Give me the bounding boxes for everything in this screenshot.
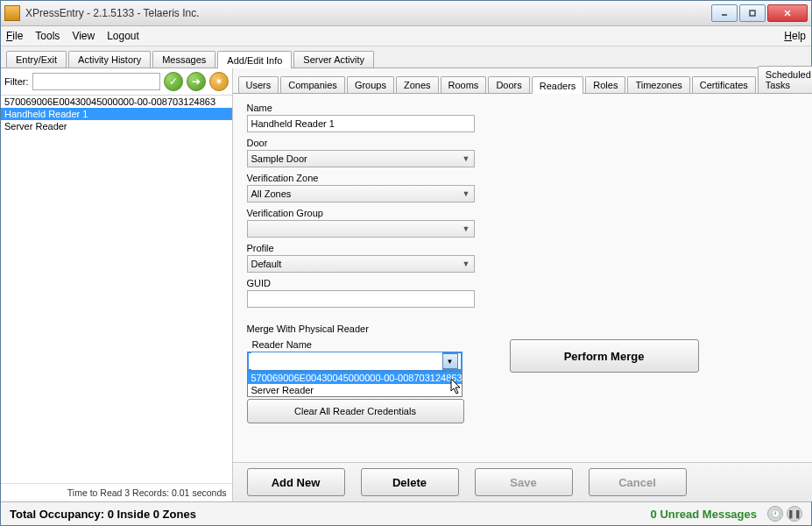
window-title: XPressEntry - 2.1.5133 - Telaeris Inc. bbox=[25, 7, 711, 19]
menu-tools[interactable]: Tools bbox=[35, 30, 60, 42]
tab-activity-history[interactable]: Activity History bbox=[68, 51, 151, 68]
reader-name-label: Reader Name bbox=[252, 339, 475, 350]
chevron-down-icon: ▼ bbox=[462, 259, 470, 268]
action-bar: Add New Delete Save Cancel bbox=[233, 462, 813, 501]
minimize-button[interactable] bbox=[711, 4, 738, 22]
tab-messages[interactable]: Messages bbox=[152, 51, 215, 68]
save-button[interactable]: Save bbox=[475, 468, 573, 496]
filter-settings-icon[interactable]: ✶ bbox=[209, 72, 229, 91]
subtab-roles[interactable]: Roles bbox=[585, 76, 625, 93]
close-button[interactable] bbox=[767, 4, 808, 22]
chevron-down-icon: ▼ bbox=[462, 189, 470, 198]
svg-rect-1 bbox=[750, 11, 755, 16]
list-item[interactable]: 570069006E00430045000000-00-008703124863 bbox=[1, 96, 232, 108]
app-icon bbox=[4, 5, 20, 21]
left-panel: Filter: ✓ ➔ ✶ 570069006E00430045000000-0… bbox=[1, 68, 233, 501]
title-bar: XPressEntry - 2.1.5133 - Telaeris Inc. bbox=[1, 1, 811, 26]
tab-add-edit-info[interactable]: Add/Edit Info bbox=[217, 51, 292, 68]
list-footer: Time to Read 3 Records: 0.01 seconds bbox=[1, 483, 232, 501]
reader-name-dropdown[interactable]: 570069006E00430045000000-00-008703124863… bbox=[247, 371, 462, 397]
guid-input[interactable] bbox=[247, 290, 475, 308]
perform-merge-button[interactable]: Perform Merge bbox=[510, 339, 699, 373]
cancel-button[interactable]: Cancel bbox=[589, 468, 687, 496]
guid-label: GUID bbox=[247, 278, 812, 288]
records-list[interactable]: 570069006E00430045000000-00-008703124863… bbox=[1, 96, 232, 483]
chevron-down-icon: ▼ bbox=[462, 154, 470, 163]
maximize-button[interactable] bbox=[739, 4, 766, 22]
profile-select[interactable]: Default▼ bbox=[247, 255, 475, 273]
reader-name-input[interactable] bbox=[251, 352, 442, 370]
main-tabstrip: Entry/Exit Activity History Messages Add… bbox=[1, 46, 811, 68]
merge-section-title: Merge With Physical Reader bbox=[247, 323, 812, 334]
list-item[interactable]: Server Reader bbox=[1, 120, 232, 132]
list-item[interactable]: Handheld Reader 1 bbox=[1, 108, 232, 120]
vzone-select[interactable]: All Zones▼ bbox=[247, 185, 475, 203]
form-area: Name Handheld Reader 1 Door Sample Door▼… bbox=[233, 94, 813, 462]
menu-file[interactable]: File bbox=[6, 30, 23, 42]
chevron-down-icon[interactable]: ▼ bbox=[442, 353, 458, 369]
name-input[interactable]: Handheld Reader 1 bbox=[247, 115, 475, 132]
door-label: Door bbox=[247, 138, 812, 148]
occupancy-status: Total Occupancy: 0 Inside 0 Zones bbox=[10, 508, 196, 521]
filter-apply-icon[interactable]: ✓ bbox=[164, 72, 183, 91]
unread-messages[interactable]: 0 Unread Messages bbox=[651, 508, 757, 521]
dropdown-item[interactable]: 570069006E00430045000000-00-008703124863 bbox=[248, 372, 462, 384]
pause-icon[interactable]: ❚❚ bbox=[787, 506, 802, 522]
clock-icon[interactable]: 🕘 bbox=[767, 506, 783, 522]
door-select[interactable]: Sample Door▼ bbox=[247, 150, 475, 167]
subtab-readers[interactable]: Readers bbox=[532, 76, 584, 94]
menu-logout[interactable]: Logout bbox=[107, 30, 139, 42]
subtab-timezones[interactable]: Timezones bbox=[627, 76, 689, 93]
subtab-scheduled-tasks[interactable]: Scheduled Tasks bbox=[758, 66, 812, 93]
subtab-groups[interactable]: Groups bbox=[347, 76, 394, 93]
subtab-doors[interactable]: Doors bbox=[488, 76, 529, 93]
vgroup-label: Verification Group bbox=[247, 208, 812, 218]
menu-help[interactable]: Help bbox=[784, 30, 806, 42]
filter-next-icon[interactable]: ➔ bbox=[187, 72, 206, 91]
vgroup-select[interactable]: ▼ bbox=[247, 220, 475, 238]
dropdown-item[interactable]: Server Reader bbox=[248, 384, 462, 396]
subtab-zones[interactable]: Zones bbox=[396, 76, 439, 93]
chevron-down-icon: ▼ bbox=[462, 224, 470, 233]
clear-credentials-button[interactable]: Clear All Reader Credentials bbox=[247, 399, 464, 423]
right-panel: Users Companies Groups Zones Rooms Doors… bbox=[233, 68, 813, 501]
subtab-rooms[interactable]: Rooms bbox=[441, 76, 487, 93]
tab-entry-exit[interactable]: Entry/Exit bbox=[6, 51, 67, 68]
status-bar: Total Occupancy: 0 Inside 0 Zones 0 Unre… bbox=[1, 501, 811, 525]
add-new-button[interactable]: Add New bbox=[247, 468, 345, 496]
menu-bar: File Tools View Logout Help bbox=[1, 26, 811, 46]
reader-name-combo[interactable]: ▼ bbox=[247, 352, 462, 371]
menu-view[interactable]: View bbox=[72, 30, 95, 42]
tab-server-activity[interactable]: Server Activity bbox=[293, 51, 374, 68]
subtab-users[interactable]: Users bbox=[238, 76, 279, 93]
filter-label: Filter: bbox=[4, 76, 29, 87]
subtab-certificates[interactable]: Certificates bbox=[692, 76, 756, 93]
profile-label: Profile bbox=[247, 243, 812, 253]
subtab-companies[interactable]: Companies bbox=[280, 76, 345, 93]
sub-tabstrip: Users Companies Groups Zones Rooms Doors… bbox=[233, 68, 813, 94]
filter-input[interactable] bbox=[32, 73, 160, 90]
vzone-label: Verification Zone bbox=[247, 173, 812, 183]
name-label: Name bbox=[247, 103, 812, 113]
delete-button[interactable]: Delete bbox=[361, 468, 459, 496]
